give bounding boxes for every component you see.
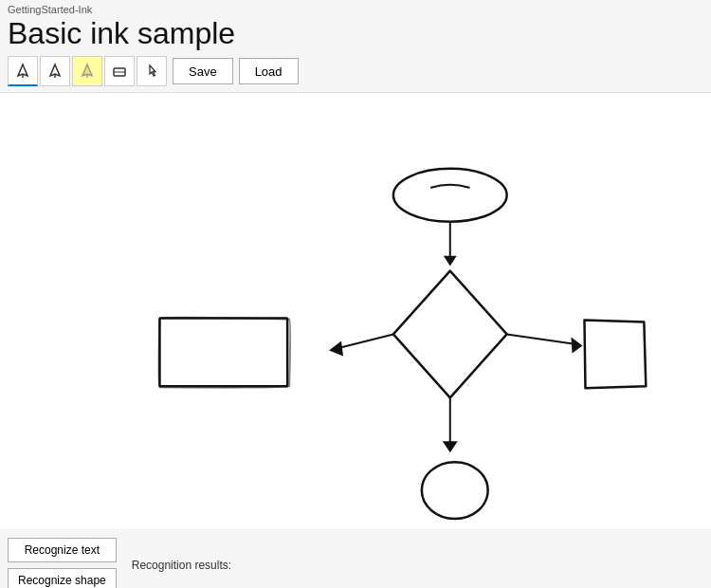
app-title-small: GettingStarted-Ink — [8, 4, 703, 15]
touch-tool[interactable] — [137, 56, 167, 86]
save-button[interactable]: Save — [173, 58, 233, 84]
recognition-results-label: Recognition results: — [132, 559, 231, 572]
toolbar: Save Load — [8, 56, 703, 86]
svg-line-14 — [507, 335, 574, 344]
highlighter-tool[interactable] — [72, 56, 102, 86]
svg-marker-12 — [329, 341, 343, 357]
eraser-tool[interactable] — [104, 56, 135, 86]
pen-tool-2[interactable] — [40, 56, 70, 86]
app-bar: GettingStarted-Ink Basic ink sample — [0, 0, 711, 92]
svg-line-11 — [337, 335, 393, 349]
canvas-area[interactable] — [0, 92, 711, 528]
recognize-shape-button[interactable]: Recognize shape — [8, 568, 117, 588]
svg-marker-10 — [444, 256, 457, 266]
eraser-icon — [111, 63, 128, 80]
app-title: Basic ink sample — [8, 17, 703, 50]
load-button[interactable]: Load — [239, 58, 299, 84]
svg-marker-15 — [572, 338, 583, 354]
pen-icon-2 — [46, 63, 64, 80]
pen-tool-1[interactable] — [8, 56, 38, 86]
touch-icon — [143, 63, 160, 80]
svg-point-18 — [422, 462, 488, 519]
pen-icon-1 — [14, 63, 31, 80]
bottom-buttons: Recognize text Recognize shape — [8, 538, 117, 588]
ink-canvas[interactable] — [0, 93, 711, 528]
svg-point-8 — [393, 169, 507, 222]
recognize-text-button[interactable]: Recognize text — [8, 538, 117, 562]
svg-marker-17 — [443, 441, 458, 452]
svg-rect-13 — [159, 319, 287, 387]
highlighter-icon — [79, 63, 96, 80]
bottom-bar: Recognize text Recognize shape Recogniti… — [0, 528, 711, 588]
